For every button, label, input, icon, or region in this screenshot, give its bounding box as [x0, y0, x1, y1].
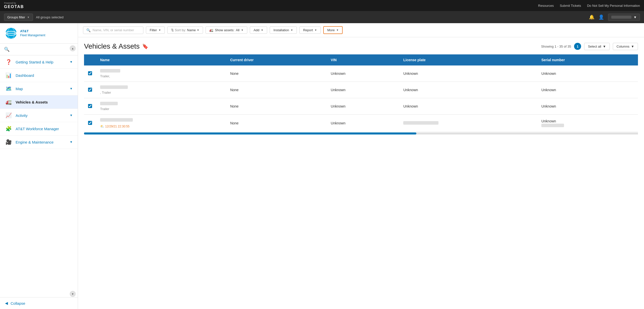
sidebar-search-area[interactable]: 🔍 [0, 44, 78, 55]
select-all-label: Select all [588, 45, 601, 48]
main-layout: ▲ AT&T Fleet Management 🔍 ❓ [0, 23, 644, 309]
add-button[interactable]: Add ▼ [250, 26, 267, 34]
row4-checkbox[interactable] [88, 121, 92, 125]
row4-name-cell: ⛅ 12/29/21 22:30:55 [96, 115, 226, 132]
show-assets-label: Show assets: [215, 28, 234, 32]
sort-button[interactable]: ⇅ Sort by: Name ▼ [167, 26, 203, 34]
columns-button[interactable]: Columns ▼ [613, 43, 638, 50]
sidebar-app-sub: Fleet Management [20, 33, 45, 38]
row4-serial: Unknown [537, 115, 638, 132]
resources-link[interactable]: Resources [538, 4, 554, 8]
sidebar-item-map[interactable]: 🗺️ Map ▼ [0, 82, 78, 95]
column-header-serial[interactable]: Serial number [537, 54, 638, 65]
installation-button[interactable]: Installation ▼ [270, 26, 297, 34]
sidebar-item-vehicles-assets[interactable]: 🚛 Vehicles & Assets [0, 95, 78, 109]
bookmark-icon[interactable]: 🔖 [142, 43, 148, 49]
row3-vin: Unknown [327, 98, 399, 115]
sidebar-item-dashboard[interactable]: 📊 Dashboard [0, 69, 78, 82]
show-assets-button[interactable]: 🚛 Show assets: All ▼ [206, 26, 247, 34]
scrollbar-thumb [84, 132, 416, 134]
map-icon: 🗺️ [5, 86, 12, 92]
sidebar-item-engine-maintenance[interactable]: 🎥 Engine & Maintenance ▼ [0, 135, 78, 149]
truck-icon: 🚛 [209, 28, 213, 32]
top-navigation-bar: Powered by GEOTAB Resources Submit Ticke… [0, 0, 644, 11]
row1-checkbox[interactable] [88, 71, 92, 75]
collapse-chevron-icon: ◀ [5, 301, 8, 305]
select-all-button[interactable]: Select all ▼ [584, 43, 610, 50]
page-title: Vehicles & Assets [84, 42, 140, 50]
select-all-chevron-icon: ▼ [603, 45, 606, 48]
engine-maintenance-chevron-icon: ▼ [70, 140, 73, 144]
getting-started-label: Getting Started & Help [16, 60, 66, 64]
user-name-text [611, 16, 631, 19]
vehicles-assets-icon: 🚛 [5, 99, 12, 105]
more-button[interactable]: More ▼ [323, 26, 343, 34]
columns-label: Columns [617, 45, 629, 48]
sidebar-scroll-down[interactable]: ▼ [70, 291, 76, 297]
activity-chevron-icon: ▼ [70, 114, 73, 117]
column-header-name[interactable]: Name [96, 54, 226, 65]
groups-filter-label: Groups filter [7, 15, 25, 19]
sidebar: ▲ AT&T Fleet Management 🔍 ❓ [0, 23, 78, 309]
table-row: Trailer None Unknown Unknown Unknown [84, 98, 638, 115]
row3-license: Unknown [399, 98, 537, 115]
notifications-icon[interactable]: 🔔 [589, 14, 594, 20]
row1-serial: Unknown [537, 65, 638, 82]
sidebar-item-att-workforce[interactable]: 🧩 AT&T Workforce Manager [0, 122, 78, 135]
sidebar-item-getting-started[interactable]: ❓ Getting Started & Help ▼ [0, 55, 78, 69]
row2-license: Unknown [399, 82, 537, 98]
table-row: Trailer, None Unknown Unknown Unknown [84, 65, 638, 82]
search-icon: 🔍 [86, 28, 91, 32]
sort-icon: ⇅ [171, 28, 174, 32]
row4-serial-text: Unknown [541, 119, 556, 123]
collapse-sidebar-button[interactable]: ◀ Collapse [0, 297, 78, 309]
sidebar-scroll-up[interactable]: ▲ [70, 45, 76, 51]
row1-name-redacted [100, 69, 120, 73]
sidebar-logo: AT&T Fleet Management [0, 23, 78, 44]
row2-vin: Unknown [327, 82, 399, 98]
row1-vin: Unknown [327, 65, 399, 82]
dashboard-icon: 📊 [5, 72, 12, 78]
row4-name-redacted [100, 118, 133, 122]
search-input[interactable] [93, 28, 140, 32]
groups-filter-button[interactable]: Groups filter ▼ [4, 14, 33, 21]
timestamp-value: 12/29/21 22:30:55 [105, 125, 130, 128]
column-header-driver[interactable]: Current driver [226, 54, 327, 65]
submit-tickets-link[interactable]: Submit Tickets [560, 4, 581, 8]
page-title-wrap: Vehicles & Assets 🔖 [84, 42, 148, 50]
user-menu-button[interactable]: ▼ [608, 14, 640, 21]
sidebar-search-icon[interactable]: 🔍 [4, 47, 10, 52]
activity-label: Activity [16, 113, 66, 118]
getting-started-chevron-icon: ▼ [70, 60, 73, 64]
column-header-license[interactable]: License plate [399, 54, 537, 65]
row3-checkbox-cell[interactable] [84, 98, 96, 115]
row2-checkbox-cell[interactable] [84, 82, 96, 98]
att-workforce-icon: 🧩 [5, 126, 12, 132]
row2-name-sub: , Trailer [100, 91, 222, 94]
row4-driver: None [226, 115, 327, 132]
logo-area: Powered by GEOTAB [4, 2, 24, 9]
filter-label: Filter [150, 28, 157, 32]
table-horizontal-scrollbar[interactable] [84, 132, 638, 134]
row4-checkbox-cell[interactable] [84, 115, 96, 132]
row1-checkbox-cell[interactable] [84, 65, 96, 82]
sort-value: Name [187, 28, 196, 32]
powered-by-text: Powered by GEOTAB [4, 2, 24, 9]
row2-checkbox[interactable] [88, 88, 92, 92]
sidebar-item-activity[interactable]: 📈 Activity ▼ [0, 109, 78, 122]
do-not-sell-link[interactable]: Do Not Sell My Personal Information [587, 4, 640, 8]
report-chevron-icon: ▼ [314, 29, 317, 31]
page-number-badge[interactable]: 1 [574, 43, 581, 50]
filter-button[interactable]: Filter ▼ [146, 26, 165, 34]
report-button[interactable]: Report ▼ [299, 26, 321, 34]
row3-serial: Unknown [537, 98, 638, 115]
row3-checkbox[interactable] [88, 104, 92, 108]
column-header-vin[interactable]: VIN [327, 54, 399, 65]
row4-vin: Unknown [327, 115, 399, 132]
search-input-wrap[interactable]: 🔍 [83, 26, 143, 34]
page-body: Vehicles & Assets 🔖 Showing 1 - 35 of 35… [78, 37, 644, 309]
show-assets-chevron-icon: ▼ [241, 29, 244, 31]
user-icon[interactable]: 👤 [598, 14, 604, 20]
report-label: Report [303, 28, 313, 32]
page-header: Vehicles & Assets 🔖 Showing 1 - 35 of 35… [84, 42, 638, 50]
